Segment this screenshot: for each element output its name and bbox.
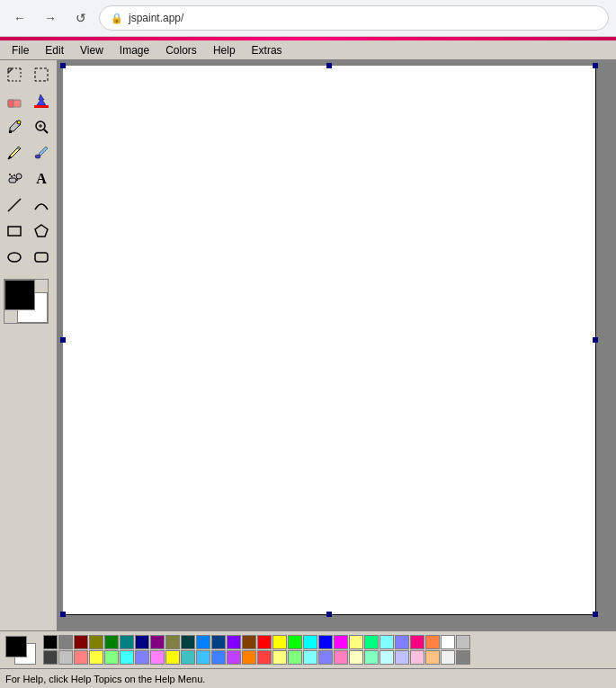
- color-swatch[interactable]: [441, 635, 455, 649]
- tool-fill[interactable]: [29, 88, 54, 113]
- tool-rectangle[interactable]: [2, 219, 27, 244]
- color-swatch[interactable]: [150, 650, 165, 665]
- color-swatch[interactable]: [104, 635, 119, 649]
- color-swatch[interactable]: [89, 635, 103, 649]
- tool-free-select[interactable]: [2, 62, 27, 87]
- color-swatch[interactable]: [196, 650, 210, 665]
- color-swatch[interactable]: [349, 635, 363, 649]
- color-swatch[interactable]: [150, 635, 165, 649]
- color-swatch[interactable]: [288, 650, 302, 665]
- status-text: For Help, click Help Topics on the Help …: [5, 674, 205, 684]
- color-swatch[interactable]: [58, 650, 73, 665]
- color-swatch[interactable]: [334, 650, 348, 665]
- color-swatch[interactable]: [364, 635, 379, 649]
- tool-eraser[interactable]: [2, 88, 27, 113]
- handle-top-mid[interactable]: [326, 63, 332, 68]
- tool-eyedropper[interactable]: [2, 114, 27, 139]
- color-swatch[interactable]: [181, 650, 195, 665]
- color-swatch[interactable]: [181, 635, 195, 649]
- tool-curve[interactable]: [29, 192, 54, 218]
- color-preview-box[interactable]: [4, 279, 49, 324]
- svg-marker-0: [8, 68, 12, 72]
- handle-bottom-mid[interactable]: [326, 612, 332, 617]
- color-swatch[interactable]: [257, 635, 272, 649]
- menu-file[interactable]: File: [4, 41, 37, 59]
- color-swatch[interactable]: [303, 650, 317, 665]
- handle-mid-left[interactable]: [60, 337, 66, 343]
- color-swatch[interactable]: [379, 650, 394, 665]
- handle-bottom-right[interactable]: [593, 612, 598, 617]
- handle-mid-right[interactable]: [593, 337, 598, 343]
- color-swatch[interactable]: [43, 635, 58, 649]
- tool-line[interactable]: [2, 192, 27, 218]
- canvas-surface[interactable]: [63, 66, 595, 614]
- color-swatch[interactable]: [135, 635, 149, 649]
- color-swatch[interactable]: [272, 650, 287, 665]
- color-swatch[interactable]: [74, 650, 88, 665]
- color-swatch[interactable]: [227, 650, 241, 665]
- color-swatch[interactable]: [135, 650, 149, 665]
- color-swatch[interactable]: [196, 635, 210, 649]
- tool-pencil[interactable]: [2, 140, 27, 165]
- color-swatch[interactable]: [211, 650, 226, 665]
- color-swatch[interactable]: [395, 635, 409, 649]
- color-swatch[interactable]: [257, 650, 272, 665]
- svg-point-20: [9, 174, 11, 175]
- handle-top-left[interactable]: [60, 63, 66, 68]
- color-swatch[interactable]: [165, 635, 180, 649]
- menu-edit[interactable]: Edit: [37, 41, 72, 59]
- canvas-area[interactable]: [58, 60, 616, 630]
- color-swatch[interactable]: [395, 650, 409, 665]
- tool-airbrush[interactable]: [2, 166, 27, 192]
- color-swatch[interactable]: [318, 650, 333, 665]
- color-swatch[interactable]: [165, 650, 180, 665]
- color-swatch[interactable]: [120, 635, 134, 649]
- back-button[interactable]: ←: [7, 5, 32, 31]
- color-swatch[interactable]: [242, 635, 256, 649]
- color-swatch[interactable]: [288, 635, 302, 649]
- tool-rect-select[interactable]: [29, 62, 54, 87]
- forward-button[interactable]: →: [38, 5, 63, 31]
- color-swatch[interactable]: [456, 635, 470, 649]
- toolbar-color-preview: [0, 275, 57, 327]
- color-swatch[interactable]: [425, 650, 440, 665]
- menu-extras[interactable]: Extras: [244, 41, 290, 59]
- tool-rounded-rect[interactable]: [29, 245, 54, 270]
- color-swatch[interactable]: [410, 635, 424, 649]
- color-swatch[interactable]: [364, 650, 379, 665]
- tool-polygon[interactable]: [29, 219, 54, 244]
- color-swatch[interactable]: [227, 635, 241, 649]
- tool-text[interactable]: A: [29, 166, 54, 192]
- color-swatch[interactable]: [441, 650, 455, 665]
- tool-magnifier[interactable]: [29, 114, 54, 139]
- tool-ellipse[interactable]: [2, 245, 27, 270]
- color-swatch[interactable]: [58, 635, 73, 649]
- color-swatch[interactable]: [425, 635, 440, 649]
- menu-image[interactable]: Image: [112, 41, 157, 59]
- tool-brush[interactable]: [29, 140, 54, 165]
- svg-rect-16: [9, 178, 16, 183]
- color-swatch[interactable]: [379, 635, 394, 649]
- refresh-button[interactable]: ↺: [68, 5, 94, 31]
- color-swatch[interactable]: [242, 650, 256, 665]
- menu-view[interactable]: View: [72, 41, 112, 59]
- color-swatch[interactable]: [349, 650, 363, 665]
- color-swatch[interactable]: [410, 650, 424, 665]
- color-swatch[interactable]: [318, 635, 333, 649]
- handle-top-right[interactable]: [593, 63, 598, 68]
- menu-help[interactable]: Help: [205, 41, 244, 59]
- color-swatch[interactable]: [303, 635, 317, 649]
- color-swatch[interactable]: [334, 635, 348, 649]
- color-swatch[interactable]: [43, 650, 58, 665]
- menu-colors[interactable]: Colors: [157, 41, 205, 59]
- color-swatch[interactable]: [272, 635, 287, 649]
- color-swatch[interactable]: [104, 650, 119, 665]
- color-swatch[interactable]: [211, 635, 226, 649]
- fg-color-swatch[interactable]: [5, 636, 27, 657]
- address-bar[interactable]: 🔒 jspaint.app/: [99, 5, 609, 31]
- color-swatch[interactable]: [120, 650, 134, 665]
- color-swatch[interactable]: [74, 635, 88, 649]
- color-swatch[interactable]: [89, 650, 103, 665]
- color-swatch[interactable]: [456, 650, 470, 665]
- handle-bottom-left[interactable]: [60, 612, 66, 617]
